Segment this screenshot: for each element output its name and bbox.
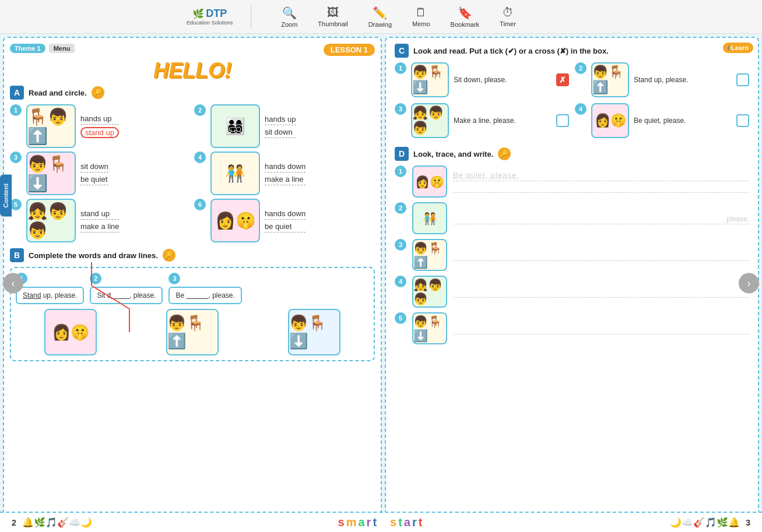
d-write-line-5[interactable] (453, 323, 749, 334)
b-image-2: 👦🪑⬆️ (166, 309, 219, 355)
exercise-a-item-1: 1 🪑👦⬆️ hands up stand up (10, 104, 191, 148)
memo-tool[interactable]: 🗒 Memo (412, 6, 430, 27)
d-image-5: 👦🪑⬇️ (412, 312, 447, 344)
d-item-2: 2 🧑‍🤝‍🧑 , please. (395, 202, 749, 234)
section-c-title: Look and read. Put a tick (✔) or a cross… (413, 47, 609, 55)
start-t2: t (419, 516, 424, 529)
section-d-key-icon: 🔑 (498, 147, 511, 160)
d-write-line-2[interactable] (453, 213, 749, 224)
item-5-image: 👧👦👦 (26, 199, 76, 242)
section-d-header: D Look, trace, and write. 🔑 (395, 147, 749, 161)
c-answer-2[interactable] (736, 73, 749, 86)
b-box-3[interactable]: Be , please. (168, 287, 241, 304)
c-image-2: 👦🪑⬆️ (591, 62, 629, 97)
smart-text: smart (338, 516, 379, 529)
item-3-option2[interactable]: be quiet (80, 175, 108, 185)
right-panel: i·Learn C Look and read. Put a tick (✔) … (385, 37, 759, 532)
d-write-line-4[interactable] (453, 286, 749, 298)
section-b-title: Complete the words and draw lines. (29, 251, 158, 260)
c-text-3: Make a line, please. (454, 117, 552, 125)
bottom-right: 🌙☁️🎸🎵🌿🔔 3 (670, 517, 750, 528)
item-5-option2[interactable]: make a line (80, 222, 119, 232)
item-4-option1[interactable]: hands down (265, 162, 305, 172)
c-num-3: 3 (395, 103, 406, 115)
smart-s: s (338, 516, 346, 529)
c-item-3: 3 👧👦👦 Make a line, please. (395, 103, 569, 138)
bookmark-label: Bookmark (451, 21, 480, 28)
lesson-title: HELLO! (10, 58, 375, 83)
header-left: Theme 1 Menu (10, 44, 75, 53)
item-6-text: hands down be quiet (265, 209, 305, 232)
item-6-image: 👩🤫 (210, 199, 260, 242)
d-line-4 (453, 286, 749, 298)
item-5-option1[interactable]: stand up (80, 209, 119, 220)
item-1-option2[interactable]: stand up (80, 127, 119, 138)
d-line-2: , please. (453, 213, 749, 224)
left-panel: Theme 1 Menu LESSON 1 HELLO! A Read and … (3, 37, 382, 532)
nav-right-arrow[interactable]: › (739, 273, 759, 293)
d-write-line-1[interactable] (453, 181, 749, 193)
toolbar-divider (251, 5, 251, 29)
c-num-2: 2 (575, 62, 587, 74)
section-b-key-icon: 🔑 (163, 249, 175, 262)
b-box-2[interactable]: Sit d , please. (90, 287, 163, 304)
logo: 🌿 DTP Education Solutions (187, 8, 233, 26)
menu-button[interactable]: Menu (49, 44, 75, 53)
item-4-option2[interactable]: make a line (265, 175, 305, 185)
exercise-a-item-5: 5 👧👦👦 stand up make a line (10, 199, 191, 242)
item-4-text: hands down make a line (265, 162, 305, 185)
c-answer-4[interactable] (736, 114, 749, 127)
c-image-4: 👩🤫 (591, 103, 629, 138)
c-answer-3[interactable] (556, 114, 569, 127)
d-write-line-3[interactable] (453, 249, 749, 261)
item-6-num: 6 (194, 199, 206, 210)
d-item-1: 1 👩🤫 Be quiet, please. (395, 165, 749, 198)
main-content: Theme 1 Menu LESSON 1 HELLO! A Read and … (0, 34, 762, 532)
b-box-1[interactable]: Stand up, please. (16, 287, 84, 304)
item-5-num: 5 (10, 199, 22, 210)
bottom-left: 2 🔔🌿🎵🎸☁️🌙 (12, 517, 92, 528)
d-item-4: 4 👧👦👦 (395, 276, 749, 308)
lesson-header: Theme 1 Menu LESSON 1 (10, 44, 375, 56)
item-3-text: sit down be quiet (80, 162, 108, 185)
section-a-title: Read and circle. (29, 89, 87, 97)
content-tab[interactable]: Content (0, 175, 12, 217)
zoom-tool[interactable]: 🔍 Zoom (281, 6, 297, 28)
smart-m: m (346, 516, 359, 529)
item-2-option2[interactable]: sit down (265, 128, 296, 138)
exercise-a-item-6: 6 👩🤫 hands down be quiet (194, 199, 375, 242)
exercise-b: 1 Stand up, please. 2 Sit d , please. 3 … (10, 267, 375, 361)
exercise-a-grid: 1 🪑👦⬆️ hands up stand up 2 👨‍👩‍👧‍👦 hands… (10, 104, 375, 242)
section-a-key-icon: 🔑 (92, 86, 104, 99)
b-num-3: 3 (168, 273, 180, 284)
exercise-a-item-3: 3 👦🪑⬇️ sit down be quiet (10, 152, 191, 195)
item-5-text: stand up make a line (80, 209, 119, 232)
thumbnail-tool[interactable]: 🖼 Thumbnail (318, 6, 347, 27)
b-item-3: 3 Be , please. (168, 273, 241, 304)
item-6-option1[interactable]: hands down (265, 209, 305, 220)
start-text: start (390, 516, 424, 529)
toolbar: 🌿 DTP Education Solutions 🔍 Zoom 🖼 Thumb… (0, 0, 762, 34)
d-items: 1 👩🤫 Be quiet, please. 2 🧑‍🤝‍🧑 , please. (395, 165, 749, 344)
d-image-4: 👧👦👦 (412, 276, 447, 308)
zoom-label: Zoom (281, 21, 297, 28)
b-image-1: 👩🤫 (44, 309, 97, 355)
d-line-5 (453, 323, 749, 334)
c-text-1: Sit down, please. (454, 76, 552, 84)
nav-left-arrow[interactable]: ‹ (3, 273, 23, 293)
item-2-option1[interactable]: hands up (265, 115, 296, 125)
d-num-1: 1 (395, 165, 406, 177)
drawing-tool[interactable]: ✏️ Drawing (368, 6, 392, 28)
section-b-header: B Complete the words and draw lines. 🔑 (10, 248, 375, 262)
item-3-option1[interactable]: sit down (80, 162, 108, 172)
c-answer-1[interactable]: ✗ (556, 73, 569, 86)
bookmark-tool[interactable]: 🔖 Bookmark (451, 6, 480, 28)
item-4-image: 🧑‍🤝‍🧑 (210, 152, 260, 195)
item-6-option2[interactable]: be quiet (265, 222, 305, 232)
lesson-badge: LESSON 1 (324, 44, 375, 56)
hello-title: HELLO! (153, 58, 231, 82)
item-1-option1[interactable]: hands up (80, 114, 119, 125)
c-text-4: Be quiet, please. (634, 117, 732, 125)
c-image-3: 👧👦👦 (411, 103, 449, 138)
timer-tool[interactable]: ⏱ Timer (500, 6, 516, 27)
